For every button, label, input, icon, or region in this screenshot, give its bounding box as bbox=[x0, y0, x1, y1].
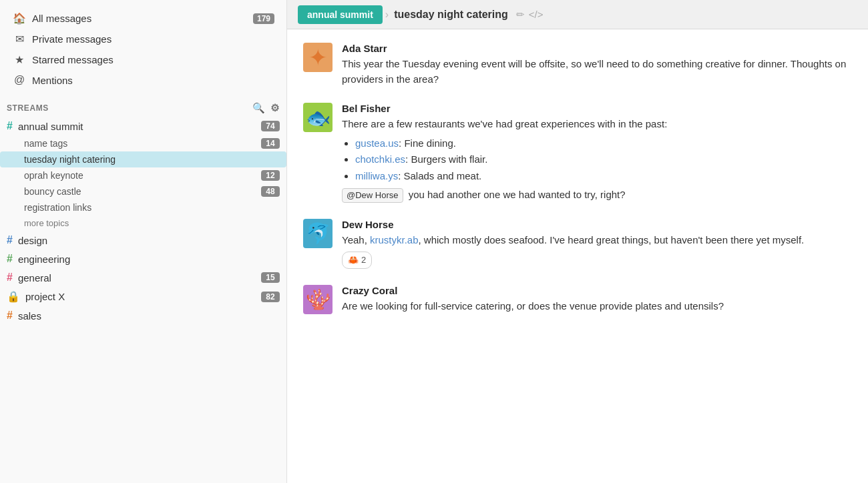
sales-hash-icon: # bbox=[7, 310, 13, 322]
stream-sales: # sales bbox=[0, 306, 286, 325]
topic-name-tags[interactable]: name tags 14 bbox=[0, 135, 286, 151]
private-messages-label: Private messages bbox=[32, 33, 274, 45]
stream-general: # general 15 bbox=[0, 268, 286, 287]
message-body-msg4: Crazy CoralAre we looking for full-servi… bbox=[342, 285, 852, 314]
nav-item-all-messages[interactable]: 🏠 All messages 179 bbox=[5, 8, 281, 29]
nav-item-private-messages[interactable]: ✉ Private messages bbox=[5, 29, 281, 49]
restaurant-link[interactable]: gustea.us bbox=[355, 137, 399, 149]
edit-icon[interactable]: ✏ bbox=[516, 9, 525, 21]
oprah-keynote-label: oprah keynote bbox=[24, 170, 257, 181]
message-group-msg1: ✦Ada StarrThis year the Tuesday evening … bbox=[303, 43, 852, 87]
restaurant-link[interactable]: milliwa.ys bbox=[355, 170, 398, 181]
message-body-msg3: Dew HorseYeah, krustykr.ab, which mostly… bbox=[342, 219, 852, 269]
breadcrumb-arrow: › bbox=[385, 9, 389, 21]
stream-item-engineering[interactable]: # engineering bbox=[0, 250, 286, 268]
private-messages-icon: ✉ bbox=[12, 33, 27, 45]
design-stream-label: design bbox=[18, 235, 280, 246]
name-tags-badge: 14 bbox=[261, 138, 280, 149]
message-group-msg3: 🐬Dew HorseYeah, krustykr.ab, which mostl… bbox=[303, 219, 852, 269]
nav-item-mentions[interactable]: @ Mentions bbox=[5, 70, 281, 90]
message-body-msg1: Ada StarrThis year the Tuesday evening e… bbox=[342, 43, 852, 87]
mention-tag[interactable]: @Dew Horse bbox=[342, 188, 403, 203]
sender-name-msg1: Ada Starr bbox=[342, 43, 852, 54]
breadcrumb-topic: tuesday night catering bbox=[391, 9, 511, 21]
project-x-badge: 82 bbox=[261, 292, 280, 302]
annual-summit-stream-label: annual summit bbox=[18, 121, 257, 132]
breadcrumb-stream[interactable]: annual summit bbox=[298, 5, 383, 24]
streams-header-icons: 🔍 ⚙ bbox=[252, 102, 280, 114]
nav-item-starred-messages[interactable]: ★ Starred messages bbox=[5, 49, 281, 70]
search-icon[interactable]: 🔍 bbox=[252, 102, 266, 114]
message-group-msg2: 🐟Bel FisherThere are a few restaurants w… bbox=[303, 103, 852, 203]
project-x-stream-label: project X bbox=[25, 291, 257, 302]
list-item: gustea.us: Fine dining. bbox=[355, 136, 852, 151]
main-content: annual summit › tuesday night catering ✏… bbox=[287, 0, 868, 483]
restaurant-link-dew[interactable]: krustykr.ab bbox=[370, 234, 419, 246]
annual-summit-badge: 74 bbox=[261, 121, 280, 131]
mentions-icon: @ bbox=[12, 74, 27, 86]
streams-label: STREAMS bbox=[7, 103, 49, 113]
msg3-text-before: Yeah, bbox=[342, 234, 370, 246]
stream-engineering: # engineering bbox=[0, 250, 286, 268]
stream-item-annual-summit[interactable]: # annual summit 74 bbox=[0, 117, 286, 135]
engineering-hash-icon: # bbox=[7, 253, 13, 265]
message-text-msg3: Yeah, krustykr.ab, which mostly does sea… bbox=[342, 233, 852, 269]
sender-name-msg2: Bel Fisher bbox=[342, 103, 852, 114]
message-text-msg1: This year the Tuesday evening event will… bbox=[342, 57, 852, 87]
gear-icon[interactable]: ⚙ bbox=[270, 102, 280, 114]
sender-name-msg3: Dew Horse bbox=[342, 219, 852, 230]
stream-item-project-x[interactable]: 🔒 project X 82 bbox=[0, 287, 286, 306]
sales-stream-label: sales bbox=[18, 310, 280, 322]
reaction-badge[interactable]: 🦀 2 bbox=[342, 252, 372, 269]
stream-item-sales[interactable]: # sales bbox=[0, 306, 286, 325]
stream-item-general[interactable]: # general 15 bbox=[0, 268, 286, 287]
more-topics-annual-summit[interactable]: more topics bbox=[0, 215, 286, 231]
topic-bouncy-castle[interactable]: bouncy castle 48 bbox=[0, 183, 286, 199]
avatar-msg4: 🪸 bbox=[303, 285, 333, 314]
avatar-msg1: ✦ bbox=[303, 43, 333, 72]
streams-header: STREAMS 🔍 ⚙ bbox=[0, 95, 286, 117]
list-item: milliwa.ys: Salads and meat. bbox=[355, 169, 852, 184]
stream-design: # design bbox=[0, 231, 286, 250]
message-text-msg2: There are a few restaurants we've had gr… bbox=[342, 117, 852, 203]
name-tags-label: name tags bbox=[24, 138, 257, 149]
avatar-msg3: 🐬 bbox=[303, 219, 333, 248]
project-x-hash-icon: 🔒 bbox=[7, 290, 20, 303]
msg3-text-after: , which mostly does seafood. I've heard … bbox=[419, 234, 805, 246]
general-hash-icon: # bbox=[7, 272, 13, 284]
bouncy-castle-label: bouncy castle bbox=[24, 186, 257, 197]
topbar: annual summit › tuesday night catering ✏… bbox=[287, 0, 868, 29]
topic-registration-links[interactable]: registration links bbox=[0, 199, 286, 215]
sidebar: 🏠 All messages 179 ✉ Private messages ★ … bbox=[0, 0, 287, 483]
avatar-msg2: 🐟 bbox=[303, 103, 333, 132]
reaction-count: 2 bbox=[361, 254, 366, 267]
annual-summit-hash-icon: # bbox=[7, 120, 13, 132]
streams-list: # annual summit 74 name tags 14 tuesday … bbox=[0, 117, 286, 325]
registration-links-label: registration links bbox=[24, 202, 280, 213]
msg2-text-before: There are a few restaurants we've had gr… bbox=[342, 118, 667, 129]
restaurant-link[interactable]: chotchki.es bbox=[355, 153, 405, 165]
engineering-stream-label: engineering bbox=[18, 254, 280, 265]
message-body-msg2: Bel FisherThere are a few restaurants we… bbox=[342, 103, 852, 203]
all-messages-label: All messages bbox=[32, 13, 248, 24]
oprah-keynote-badge: 12 bbox=[261, 170, 280, 181]
general-badge: 15 bbox=[261, 272, 280, 283]
sender-name-msg4: Crazy Coral bbox=[342, 285, 852, 296]
design-hash-icon: # bbox=[7, 234, 13, 246]
msg2-text-after: you had another one we had wanted to try… bbox=[406, 189, 626, 200]
topic-oprah-keynote[interactable]: oprah keynote 12 bbox=[0, 167, 286, 183]
mentions-label: Mentions bbox=[32, 75, 274, 86]
list-item: chotchki.es: Burgers with flair. bbox=[355, 152, 852, 167]
stream-item-design[interactable]: # design bbox=[0, 231, 286, 250]
general-stream-label: general bbox=[18, 272, 257, 284]
topic-tuesday-night-catering[interactable]: tuesday night catering bbox=[0, 151, 286, 167]
message-group-msg4: 🪸Crazy CoralAre we looking for full-serv… bbox=[303, 285, 852, 314]
code-icon[interactable]: </> bbox=[529, 9, 544, 21]
nav-section: 🏠 All messages 179 ✉ Private messages ★ … bbox=[0, 8, 286, 95]
stream-project-x: 🔒 project X 82 bbox=[0, 287, 286, 306]
messages-list: ✦Ada StarrThis year the Tuesday evening … bbox=[287, 29, 868, 483]
stream-annual-summit: # annual summit 74 name tags 14 tuesday … bbox=[0, 117, 286, 231]
all-messages-badge: 179 bbox=[253, 13, 274, 24]
starred-messages-label: Starred messages bbox=[32, 54, 274, 65]
tuesday-night-catering-label: tuesday night catering bbox=[24, 154, 280, 165]
